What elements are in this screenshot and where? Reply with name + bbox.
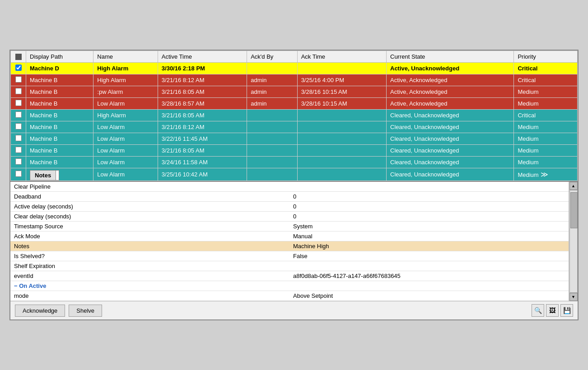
header-acked-by: Ack'd By [247,51,297,63]
toolbar-right: 🔍 🖼 💾 [532,304,573,317]
row-ack-time [297,121,386,133]
row-acked-by [247,63,297,74]
row-current-state: Active, Acknowledged [387,86,514,98]
row-priority: Critical [514,110,578,121]
header-priority: Priority [514,51,578,63]
detail-value: a8f0d8ab-06f5-4127-a147-a66f67683645 [289,271,569,281]
row-priority: Medium [514,133,578,145]
row-acked-by: admin [247,86,297,98]
detail-row: Ack ModeManual [10,231,569,241]
detail-key: mode [10,291,289,301]
row-priority: Medium ≫ [514,168,578,181]
row-checkbox[interactable] [15,88,22,94]
row-active-time: 3/21/16 8:12 AM [158,121,247,133]
row-current-state: Cleared, Unacknowledged [387,110,514,121]
detail-value: 0 [289,202,569,212]
row-checkbox[interactable] [15,76,22,83]
row-name: High Alarm [93,63,158,74]
row-ack-time [297,133,386,145]
row-display-path: Machine B [26,157,93,168]
shelve-button[interactable]: Shelve [69,305,102,317]
row-checkbox[interactable] [15,111,22,118]
acknowledge-button[interactable]: Acknowledge [15,305,65,317]
detail-key: Ack Mode [10,231,289,241]
main-window: Display Path Name Active Time Ack'd By A… [9,50,579,321]
row-checkbox[interactable] [15,135,22,141]
row-name: High Alarm [93,110,158,121]
row-active-time: 3/25/16 10:42 AM [158,168,247,181]
detail-row: Clear delay (seconds)0 [10,212,569,222]
row-checkbox-cell[interactable] [11,110,26,121]
detail-key: Active delay (seconds) [10,202,289,212]
row-checkbox-cell[interactable] [11,145,26,157]
detail-row: Active delay (seconds)0 [10,202,569,212]
header-checkbox-col[interactable] [11,51,26,63]
row-priority: Medium [514,157,578,168]
table-header-row: Display Path Name Active Time Ack'd By A… [11,51,578,63]
row-priority: Medium [514,145,578,157]
row-ack-time: 3/28/16 10:15 AM [297,86,386,98]
scroll-track[interactable] [569,190,578,293]
detail-value [289,261,569,271]
save-icon-btn[interactable]: 💾 [560,304,573,317]
row-checkbox[interactable] [15,100,22,106]
row-acked-by [247,157,297,168]
row-active-time: 3/21/16 8:12 AM [158,74,247,86]
scroll-down-btn[interactable]: ▼ [569,293,578,301]
scroll-up-btn[interactable]: ▲ [569,182,578,190]
detail-value: Above Setpoint [289,291,569,301]
row-current-state: Cleared, Unacknowledged [387,157,514,168]
row-checkbox[interactable] [15,123,22,130]
row-acked-by: admin [247,74,297,86]
row-active-time: 3/22/16 11:45 AM [158,133,247,145]
header-name: Name [93,51,158,63]
row-name: High Alarm [93,74,158,86]
row-name: :pw Alarm [93,86,158,98]
row-checkbox[interactable] [15,171,22,177]
detail-row: modeAbove Setpoint [10,291,569,301]
table-row[interactable]: Machine BHigh Alarm3/21/16 8:12 AMadmin3… [11,74,578,86]
row-ack-time: 3/25/16 4:00 PM [297,74,386,86]
detail-section: Clear PipelineDeadband0Active delay (sec… [10,181,578,301]
row-checkbox[interactable] [15,147,22,153]
toolbar-left: Acknowledge Shelve [15,305,102,317]
scroll-thumb[interactable] [570,192,578,228]
table-row[interactable]: Machine BLow Alarm3/21/16 8:05 AMCleared… [11,145,578,157]
table-row[interactable]: Machine B:pw Alarm3/21/16 8:05 AMadmin3/… [11,86,578,98]
row-checkbox-cell[interactable] [11,86,26,98]
table-row[interactable]: Machine BHigh Alarm3/21/16 8:05 AMCleare… [11,110,578,121]
row-current-state: Active, Unacknowledged [387,63,514,74]
row-checkbox-cell[interactable] [11,98,26,110]
row-priority: Critical [514,74,578,86]
detail-kv-table: Clear PipelineDeadband0Active delay (sec… [10,182,569,301]
row-display-path: Machine B [26,110,93,121]
row-active-time: 3/21/16 8:05 AM [158,145,247,157]
table-row[interactable]: Machine BLow Alarm3/28/16 8:57 AMadmin3/… [11,98,578,110]
detail-content: Clear PipelineDeadband0Active delay (sec… [10,182,578,301]
row-priority: Medium [514,121,578,133]
row-checkbox[interactable] [15,158,22,165]
image-icon-btn[interactable]: 🖼 [546,304,559,317]
search-icon-btn[interactable]: 🔍 [532,304,544,317]
row-checkbox-cell[interactable] [11,133,26,145]
table-row[interactable]: Machine BLow Alarm3/24/16 11:58 AMCleare… [11,157,578,168]
detail-scrollbar[interactable]: ▲ ▼ [569,182,578,301]
row-name: Low Alarm [93,157,158,168]
table-row[interactable]: Machine BLow Alarm3/22/16 11:45 AMCleare… [11,133,578,145]
table-row[interactable]: DetailsNotesLow Alarm3/25/16 10:42 AMCle… [11,168,578,181]
row-display-path: Machine D [26,63,93,74]
tab-notes[interactable]: Notes [30,170,56,180]
row-checkbox-cell[interactable] [11,74,26,86]
row-checkbox-cell[interactable] [11,168,26,181]
row-display-path: Machine B [26,133,93,145]
row-checkbox-cell[interactable] [11,121,26,133]
alarm-table-wrapper: Display Path Name Active Time Ack'd By A… [10,51,578,181]
table-row[interactable]: Machine DHigh Alarm3/30/16 2:18 PMActive… [11,63,578,74]
row-checkbox[interactable] [15,65,22,71]
table-row[interactable]: Machine BLow Alarm3/21/16 8:12 AMCleared… [11,121,578,133]
header-display-path: Display Path [26,51,93,63]
row-checkbox-cell[interactable] [11,157,26,168]
row-active-time: 3/21/16 8:05 AM [158,86,247,98]
detail-key: Notes [10,241,289,251]
row-checkbox-cell[interactable] [11,63,26,74]
